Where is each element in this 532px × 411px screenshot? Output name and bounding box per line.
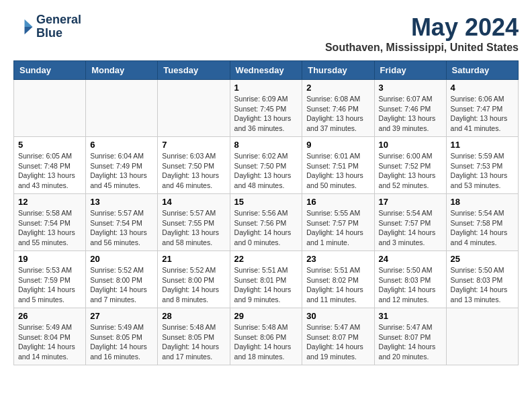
day-info: Sunrise: 5:53 AMSunset: 7:59 PMDaylight:…	[18, 265, 81, 305]
weekday-header-tuesday: Tuesday	[158, 61, 230, 80]
day-number: 8	[234, 140, 298, 150]
day-info: Sunrise: 5:51 AMSunset: 8:01 PMDaylight:…	[234, 265, 298, 305]
day-info: Sunrise: 6:06 AMSunset: 7:47 PMDaylight:…	[451, 94, 514, 134]
weekday-header-sunday: Sunday	[14, 61, 86, 80]
weekday-header-thursday: Thursday	[302, 61, 374, 80]
day-number: 11	[451, 140, 514, 150]
day-cell-2: 2Sunrise: 6:08 AMSunset: 7:46 PMDaylight…	[302, 80, 374, 137]
day-cell-3: 3Sunrise: 6:07 AMSunset: 7:46 PMDaylight…	[374, 80, 446, 137]
day-number: 13	[90, 197, 153, 207]
day-cell-11: 11Sunrise: 5:59 AMSunset: 7:53 PMDayligh…	[446, 137, 518, 194]
day-info: Sunrise: 5:49 AMSunset: 8:05 PMDaylight:…	[90, 322, 153, 362]
day-info: Sunrise: 6:05 AMSunset: 7:48 PMDaylight:…	[18, 151, 81, 191]
week-row-2: 5Sunrise: 6:05 AMSunset: 7:48 PMDaylight…	[14, 137, 519, 194]
day-info: Sunrise: 6:04 AMSunset: 7:49 PMDaylight:…	[90, 151, 153, 191]
day-info: Sunrise: 5:47 AMSunset: 8:07 PMDaylight:…	[306, 322, 369, 362]
day-number: 7	[162, 140, 225, 150]
weekday-header-wednesday: Wednesday	[230, 61, 302, 80]
day-cell-8: 8Sunrise: 6:02 AMSunset: 7:50 PMDaylight…	[230, 137, 302, 194]
day-cell-30: 30Sunrise: 5:47 AMSunset: 8:07 PMDayligh…	[302, 308, 374, 365]
day-info: Sunrise: 6:09 AMSunset: 7:45 PMDaylight:…	[234, 94, 298, 134]
day-info: Sunrise: 5:54 AMSunset: 7:57 PMDaylight:…	[379, 208, 442, 248]
week-row-3: 12Sunrise: 5:58 AMSunset: 7:54 PMDayligh…	[14, 194, 519, 251]
day-number: 27	[90, 311, 153, 321]
day-cell-24: 24Sunrise: 5:50 AMSunset: 8:03 PMDayligh…	[374, 251, 446, 308]
day-number: 25	[451, 254, 514, 264]
day-cell-17: 17Sunrise: 5:54 AMSunset: 7:57 PMDayligh…	[374, 194, 446, 251]
day-number: 30	[306, 311, 369, 321]
month-title: May 2024	[325, 13, 519, 42]
day-info: Sunrise: 5:57 AMSunset: 7:55 PMDaylight:…	[162, 208, 225, 248]
day-number: 26	[18, 311, 81, 321]
day-info: Sunrise: 5:59 AMSunset: 7:53 PMDaylight:…	[451, 151, 514, 191]
weekday-header-friday: Friday	[374, 61, 446, 80]
day-info: Sunrise: 5:49 AMSunset: 8:04 PMDaylight:…	[18, 322, 81, 362]
day-cell-23: 23Sunrise: 5:51 AMSunset: 8:02 PMDayligh…	[302, 251, 374, 308]
day-number: 31	[379, 311, 442, 321]
day-info: Sunrise: 5:47 AMSunset: 8:07 PMDaylight:…	[379, 322, 442, 362]
week-row-1: 1Sunrise: 6:09 AMSunset: 7:45 PMDaylight…	[14, 80, 519, 137]
day-info: Sunrise: 5:58 AMSunset: 7:54 PMDaylight:…	[18, 208, 81, 248]
day-info: Sunrise: 5:54 AMSunset: 7:58 PMDaylight:…	[451, 208, 514, 248]
day-number: 21	[162, 254, 225, 264]
day-cell-14: 14Sunrise: 5:57 AMSunset: 7:55 PMDayligh…	[158, 194, 230, 251]
day-info: Sunrise: 5:51 AMSunset: 8:02 PMDaylight:…	[306, 265, 369, 305]
day-info: Sunrise: 5:50 AMSunset: 8:03 PMDaylight:…	[379, 265, 442, 305]
day-cell-6: 6Sunrise: 6:04 AMSunset: 7:49 PMDaylight…	[86, 137, 158, 194]
day-number: 22	[234, 254, 298, 264]
day-cell-28: 28Sunrise: 5:48 AMSunset: 8:05 PMDayligh…	[158, 308, 230, 365]
day-number: 16	[306, 197, 369, 207]
day-cell-4: 4Sunrise: 6:06 AMSunset: 7:47 PMDaylight…	[446, 80, 518, 137]
logo-text: General Blue	[36, 13, 81, 40]
day-number: 24	[379, 254, 442, 264]
day-info: Sunrise: 5:57 AMSunset: 7:54 PMDaylight:…	[90, 208, 153, 248]
day-number: 4	[451, 83, 514, 93]
empty-cell	[14, 80, 86, 137]
day-number: 3	[379, 83, 442, 93]
page-header: General Blue May 2024 Southaven, Mississ…	[13, 13, 519, 54]
weekday-header-saturday: Saturday	[446, 61, 518, 80]
day-cell-29: 29Sunrise: 5:48 AMSunset: 8:06 PMDayligh…	[230, 308, 302, 365]
weekday-header-monday: Monday	[86, 61, 158, 80]
day-info: Sunrise: 6:02 AMSunset: 7:50 PMDaylight:…	[234, 151, 298, 191]
week-row-5: 26Sunrise: 5:49 AMSunset: 8:04 PMDayligh…	[14, 308, 519, 365]
day-number: 12	[18, 197, 81, 207]
day-cell-26: 26Sunrise: 5:49 AMSunset: 8:04 PMDayligh…	[14, 308, 86, 365]
day-info: Sunrise: 5:48 AMSunset: 8:05 PMDaylight:…	[162, 322, 225, 362]
empty-cell	[86, 80, 158, 137]
day-info: Sunrise: 6:03 AMSunset: 7:50 PMDaylight:…	[162, 151, 225, 191]
day-info: Sunrise: 5:50 AMSunset: 8:03 PMDaylight:…	[451, 265, 514, 305]
day-info: Sunrise: 6:07 AMSunset: 7:46 PMDaylight:…	[379, 94, 442, 134]
day-info: Sunrise: 5:55 AMSunset: 7:57 PMDaylight:…	[306, 208, 369, 248]
day-cell-20: 20Sunrise: 5:52 AMSunset: 8:00 PMDayligh…	[86, 251, 158, 308]
day-cell-9: 9Sunrise: 6:01 AMSunset: 7:51 PMDaylight…	[302, 137, 374, 194]
day-cell-21: 21Sunrise: 5:52 AMSunset: 8:00 PMDayligh…	[158, 251, 230, 308]
day-number: 29	[234, 311, 298, 321]
day-cell-15: 15Sunrise: 5:56 AMSunset: 7:56 PMDayligh…	[230, 194, 302, 251]
logo: General Blue	[13, 13, 81, 40]
day-cell-12: 12Sunrise: 5:58 AMSunset: 7:54 PMDayligh…	[14, 194, 86, 251]
week-row-4: 19Sunrise: 5:53 AMSunset: 7:59 PMDayligh…	[14, 251, 519, 308]
day-number: 15	[234, 197, 298, 207]
day-info: Sunrise: 6:01 AMSunset: 7:51 PMDaylight:…	[306, 151, 369, 191]
day-cell-5: 5Sunrise: 6:05 AMSunset: 7:48 PMDaylight…	[14, 137, 86, 194]
day-cell-19: 19Sunrise: 5:53 AMSunset: 7:59 PMDayligh…	[14, 251, 86, 308]
calendar-table: SundayMondayTuesdayWednesdayThursdayFrid…	[13, 60, 519, 365]
day-cell-1: 1Sunrise: 6:09 AMSunset: 7:45 PMDaylight…	[230, 80, 302, 137]
day-number: 14	[162, 197, 225, 207]
day-number: 10	[379, 140, 442, 150]
day-cell-7: 7Sunrise: 6:03 AMSunset: 7:50 PMDaylight…	[158, 137, 230, 194]
day-number: 17	[379, 197, 442, 207]
day-number: 6	[90, 140, 153, 150]
location: Southaven, Mississippi, United States	[325, 42, 519, 54]
empty-cell	[446, 308, 518, 365]
day-number: 1	[234, 83, 298, 93]
title-block: May 2024 Southaven, Mississippi, United …	[325, 13, 519, 54]
weekday-header-row: SundayMondayTuesdayWednesdayThursdayFrid…	[14, 61, 519, 80]
day-number: 2	[306, 83, 369, 93]
day-cell-25: 25Sunrise: 5:50 AMSunset: 8:03 PMDayligh…	[446, 251, 518, 308]
day-number: 19	[18, 254, 81, 264]
day-info: Sunrise: 5:48 AMSunset: 8:06 PMDaylight:…	[234, 322, 298, 362]
day-cell-16: 16Sunrise: 5:55 AMSunset: 7:57 PMDayligh…	[302, 194, 374, 251]
day-info: Sunrise: 5:52 AMSunset: 8:00 PMDaylight:…	[162, 265, 225, 305]
